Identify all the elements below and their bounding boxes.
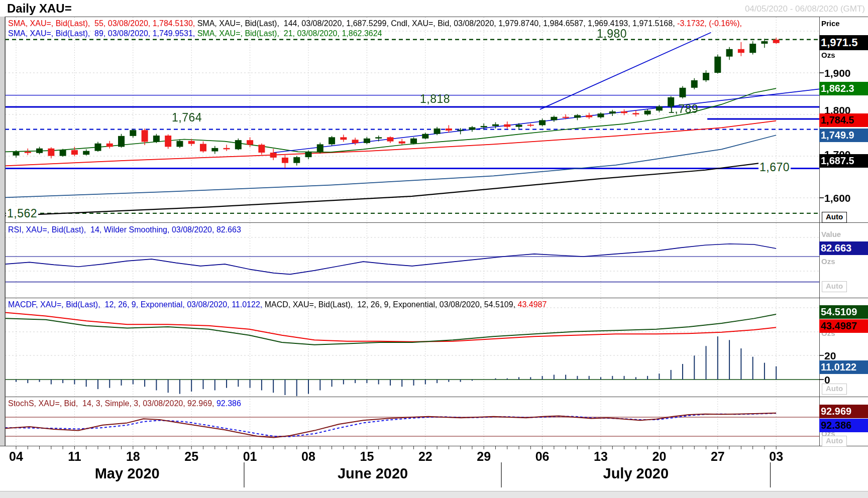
annotation-1562: 1,562 <box>6 207 38 220</box>
macd-signal-value-badge: 43.4987 <box>819 319 868 333</box>
x-axis-month-label: July 2020 <box>603 465 669 482</box>
x-axis-day-label: 11 <box>68 449 81 464</box>
x-axis-day-label: 15 <box>360 449 374 464</box>
sma89-value-badge: 1,749.9 <box>819 129 868 142</box>
x-axis-day-label: 04 <box>9 449 23 464</box>
left-edge-strip <box>0 17 5 446</box>
legend-segment: MACDF, XAU=, Bid(Last), 12, 26, 9, Expon… <box>8 300 265 309</box>
x-axis-day-label: 29 <box>477 449 491 464</box>
bottom-edge-strip <box>0 491 868 498</box>
stoch-k-value-badge: 92.969 <box>819 405 868 418</box>
x-axis-day-label: 03 <box>769 449 783 464</box>
x-axis-day-label: 25 <box>184 449 198 464</box>
rsi-scale-auto-button[interactable]: Auto <box>822 281 847 292</box>
x-axis-month-label: May 2020 <box>95 465 160 482</box>
macd-scale-auto-button[interactable]: Auto <box>822 384 847 395</box>
legend-segment: SMA, XAU=, Bid(Last), 21, 03/08/2020, 1,… <box>197 29 382 38</box>
sma21-value-badge: 1,862.3 <box>819 82 868 95</box>
sma55-value-badge: 1,784.5 <box>819 113 868 127</box>
x-axis-day-label: 06 <box>535 449 550 464</box>
macd-legend[interactable]: MACDF, XAU=, Bid(Last), 12, 26, 9, Expon… <box>8 300 547 309</box>
price-tick-1600: 1,600 <box>824 192 851 204</box>
legend-segment: -3.1732, (-0.16%), <box>677 19 742 28</box>
x-axis-day-label: 01 <box>243 449 257 464</box>
annotation-1670: 1,670 <box>758 161 791 174</box>
x-axis-month-label: June 2020 <box>338 465 408 482</box>
legend-segment: StochS, XAU=, Bid, 14, 3, Simple, 3, 03/… <box>8 399 216 408</box>
annotation-1818: 1,818 <box>420 92 450 106</box>
price-tick-1900: 1,900 <box>824 67 851 79</box>
stoch-legend[interactable]: StochS, XAU=, Bid, 14, 3, Simple, 3, 03/… <box>8 399 241 408</box>
x-axis-day-label: 27 <box>711 449 725 464</box>
legend-segment: SMA, XAU=, Bid(Last), 89, 03/08/2020, 1,… <box>8 29 197 38</box>
legend-segment: SMA, XAU=, Bid(Last), 144, 03/08/2020, 1… <box>197 19 677 28</box>
chart-date-range: 04/05/2020 - 06/08/2020 (GMT) <box>745 4 865 14</box>
price-scale-title: Price <box>821 19 840 28</box>
x-axis-day-label: 20 <box>652 449 666 464</box>
x-axis-day-label: 08 <box>301 449 315 464</box>
annotation-1764: 1,764 <box>172 111 202 125</box>
price-scale-unit: Ozs <box>821 51 835 59</box>
x-axis-day-label: 22 <box>418 449 432 464</box>
x-axis-day-label: 18 <box>126 449 140 464</box>
price-legend-row-1[interactable]: SMA, XAU=, Bid(Last), 55, 03/08/2020, 1,… <box>8 19 742 28</box>
price-scale-auto-button[interactable]: Auto <box>822 212 847 223</box>
rsi-legend[interactable]: RSI, XAU=, Bid(Last), 14, Wilder Smoothi… <box>8 225 241 234</box>
legend-segment: SMA, XAU=, Bid(Last), 55, 03/08/2020, 1,… <box>8 19 197 28</box>
annotation-1980: 1,980 <box>597 27 627 41</box>
annotation-1789: 1,789 <box>668 102 698 116</box>
legend-segment: 43.4987 <box>518 300 547 309</box>
chart-application-window: { "window": { "title": "Daily XAU=", "da… <box>0 0 868 498</box>
x-axis-day-label: 13 <box>594 449 608 464</box>
sma144-value-badge: 1,687.5 <box>819 154 868 168</box>
stoch-d-value-badge: 92.386 <box>819 419 868 432</box>
chart-title: Daily XAU= <box>7 2 72 16</box>
rsi-scale-unit: Ozs <box>821 257 835 266</box>
legend-segment: RSI, XAU=, Bid(Last), 14, Wilder Smoothi… <box>8 225 241 234</box>
price-and-indicator-chart-canvas[interactable] <box>0 0 868 498</box>
rsi-value-badge: 82.663 <box>819 241 868 255</box>
last-price-badge: 1,971.5 <box>819 35 868 50</box>
legend-segment: MACD, XAU=, Bid(Last), 12, 26, 9, Expone… <box>265 300 518 309</box>
stoch-scale-auto-button[interactable]: Auto <box>822 436 847 447</box>
macd-line-value-badge: 54.5109 <box>819 305 868 319</box>
price-legend-row-2[interactable]: SMA, XAU=, Bid(Last), 89, 03/08/2020, 1,… <box>8 29 382 38</box>
macd-hist-value-badge: 11.0122 <box>819 360 868 374</box>
rsi-scale-title: Value <box>821 230 841 238</box>
legend-segment: 92.386 <box>216 399 241 408</box>
